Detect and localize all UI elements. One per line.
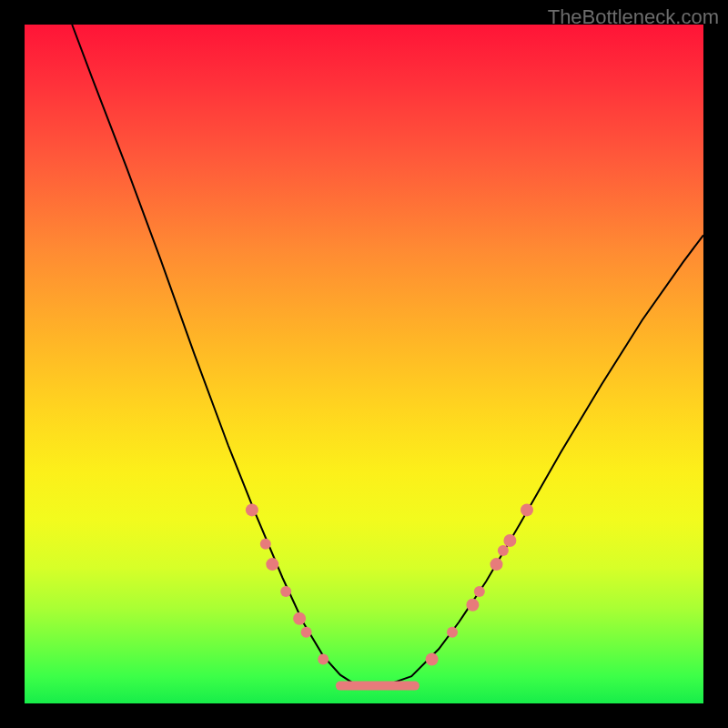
bottleneck-curve [72, 25, 703, 686]
data-marker [498, 545, 509, 556]
data-marker [246, 503, 258, 516]
data-marker [466, 599, 479, 612]
data-markers [246, 503, 533, 665]
data-marker [521, 503, 533, 516]
data-marker [447, 627, 458, 638]
data-marker [503, 534, 516, 547]
data-marker [293, 612, 306, 625]
data-marker [260, 539, 271, 550]
chart-overlay [25, 25, 703, 703]
data-marker [280, 586, 291, 597]
data-marker [266, 558, 278, 571]
data-marker [426, 653, 439, 666]
data-marker [301, 627, 312, 638]
chart-frame: TheBottleneck.com [0, 0, 728, 728]
data-marker [490, 558, 503, 571]
data-marker [318, 654, 329, 665]
data-marker [474, 586, 485, 597]
watermark-text: TheBottleneck.com [548, 5, 719, 29]
